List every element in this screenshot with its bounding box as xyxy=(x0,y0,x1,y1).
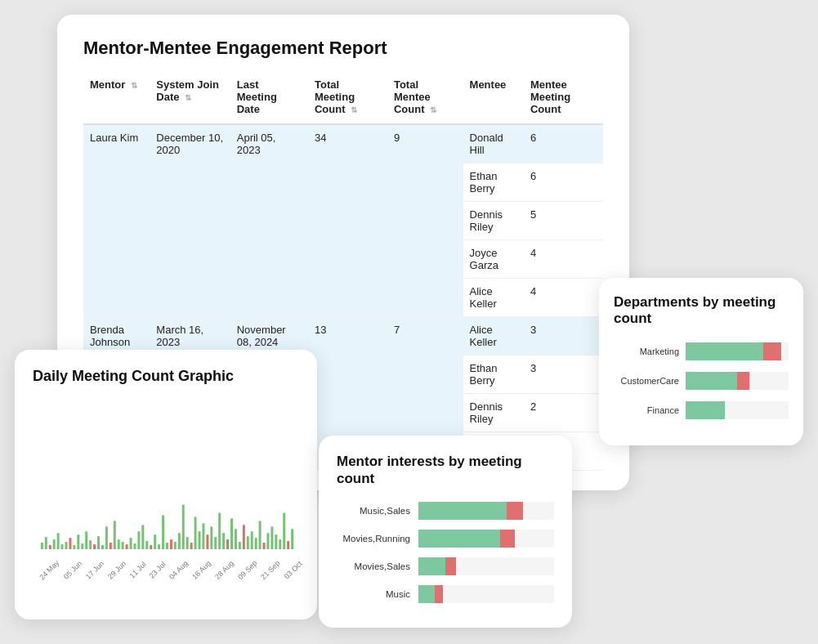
mentee-name: Alice Keller xyxy=(463,279,524,317)
svg-rect-5 xyxy=(61,544,64,549)
x-axis-label: 28 Aug xyxy=(213,559,235,581)
dept-label: Marketing xyxy=(614,347,679,356)
svg-rect-57 xyxy=(270,526,273,549)
interest-bar-container xyxy=(418,502,554,520)
daily-title: Daily Meeting Count Graphic xyxy=(33,368,299,386)
col-last-meeting: Last Meeting Date xyxy=(230,74,308,124)
svg-rect-16 xyxy=(105,526,108,549)
x-axis-label: 23 Jul xyxy=(147,560,167,579)
svg-rect-24 xyxy=(137,531,140,549)
mentee-count: 3 xyxy=(524,317,603,356)
svg-rect-34 xyxy=(178,533,181,549)
svg-rect-60 xyxy=(283,512,285,548)
col-mentee: Mentee xyxy=(463,74,524,124)
svg-rect-55 xyxy=(263,543,266,549)
department-bars: MarketingCustomerCareFinance xyxy=(614,342,789,419)
svg-rect-56 xyxy=(266,533,269,549)
svg-rect-0 xyxy=(41,543,43,549)
interest-bar-row: Music,Sales xyxy=(337,502,554,520)
svg-rect-37 xyxy=(190,543,193,549)
sort-icon-join[interactable]: ⇅ xyxy=(185,93,191,102)
interests-title: Mentor interests by meeting count xyxy=(337,454,554,487)
svg-rect-10 xyxy=(81,543,83,549)
svg-rect-28 xyxy=(154,534,156,549)
svg-rect-18 xyxy=(114,521,116,549)
mentee-name: Ethan Berry xyxy=(463,163,524,202)
svg-rect-6 xyxy=(65,542,68,549)
x-axis-label: 04 Aug xyxy=(168,559,190,581)
mentee-count: 5 xyxy=(524,202,603,240)
interest-bar-container xyxy=(418,585,554,603)
dept-bar-red xyxy=(763,342,782,360)
svg-rect-13 xyxy=(93,544,96,549)
svg-rect-14 xyxy=(97,536,100,549)
dept-bar-green xyxy=(686,342,763,360)
svg-rect-26 xyxy=(145,541,148,549)
svg-rect-8 xyxy=(73,545,75,549)
svg-rect-15 xyxy=(101,545,104,549)
interest-bar-red xyxy=(507,502,523,520)
dept-bar-green xyxy=(686,372,737,390)
col-mentor: Mentor ⇅ xyxy=(83,74,150,124)
table-row: Laura KimDecember 10, 2020April 05, 2023… xyxy=(83,124,603,163)
mentee-name: Ethan Berry xyxy=(463,356,524,394)
svg-rect-9 xyxy=(77,534,79,549)
svg-rect-1 xyxy=(45,537,47,549)
svg-rect-2 xyxy=(49,545,51,549)
svg-rect-30 xyxy=(162,515,164,548)
svg-rect-45 xyxy=(222,533,225,549)
svg-rect-25 xyxy=(141,525,144,549)
daily-meeting-card: Daily Meeting Count Graphic 24 May05 Jun… xyxy=(15,350,317,619)
svg-rect-17 xyxy=(110,543,112,549)
daily-chart-svg xyxy=(33,399,299,562)
svg-rect-50 xyxy=(243,525,245,549)
svg-rect-58 xyxy=(275,534,277,549)
svg-rect-40 xyxy=(202,523,204,549)
interest-bar-red xyxy=(500,530,515,548)
svg-rect-35 xyxy=(182,504,185,548)
mentee-name: Donald Hill xyxy=(463,124,524,163)
x-axis-label: 29 Jun xyxy=(106,559,127,580)
svg-rect-23 xyxy=(133,543,136,549)
mentee-count: 6 xyxy=(524,124,603,163)
x-axis-label: 17 Jun xyxy=(84,559,105,580)
mentee-name: Joyce Garza xyxy=(463,240,524,279)
interest-bar-green xyxy=(418,502,507,520)
svg-rect-20 xyxy=(122,542,124,549)
col-mentee-count: Mentee Meeting Count xyxy=(524,74,603,124)
dept-bar-row: Marketing xyxy=(614,342,789,360)
sort-icon-meetings[interactable]: ⇅ xyxy=(351,105,357,114)
col-join-date: System Join Date ⇅ xyxy=(150,74,230,124)
join-date: December 10, 2020 xyxy=(150,124,230,317)
svg-rect-47 xyxy=(230,518,233,549)
dept-bar-container xyxy=(686,342,789,360)
dept-bar-red xyxy=(737,372,749,390)
interests-card: Mentor interests by meeting count Music,… xyxy=(319,436,572,628)
departments-title: Departments by meeting count xyxy=(614,294,789,328)
col-total-meetings: Total Meeting Count ⇅ xyxy=(308,74,387,124)
svg-rect-39 xyxy=(199,531,201,549)
svg-rect-11 xyxy=(85,531,87,549)
sort-icon-mentor[interactable]: ⇅ xyxy=(131,81,137,90)
svg-rect-19 xyxy=(118,539,120,549)
interest-bar-red xyxy=(445,557,456,575)
svg-rect-38 xyxy=(194,517,197,549)
interest-bar-red xyxy=(435,585,443,603)
mentee-count: 4 xyxy=(524,279,603,317)
daily-chart: 24 May05 Jun17 Jun29 Jun11 Jul23 Jul04 A… xyxy=(33,399,299,587)
mentor-name: Laura Kim xyxy=(83,124,150,317)
interest-label: Movies,Running xyxy=(337,534,410,543)
svg-rect-3 xyxy=(53,539,56,549)
interest-bar-green xyxy=(418,585,435,603)
svg-rect-32 xyxy=(170,539,172,549)
interest-bar-container xyxy=(418,530,554,548)
col-total-mentees: Total Mentee Count ⇅ xyxy=(387,74,463,124)
x-axis-label: 05 Jun xyxy=(61,559,83,580)
dept-label: Finance xyxy=(614,405,679,415)
svg-rect-43 xyxy=(214,537,217,549)
dept-bar-green xyxy=(686,401,725,419)
interest-bar-container xyxy=(418,557,554,575)
sort-icon-mentees[interactable]: ⇅ xyxy=(430,105,436,114)
total-mentees: 9 xyxy=(387,124,463,317)
interest-bar-row: Movies,Running xyxy=(337,530,554,548)
